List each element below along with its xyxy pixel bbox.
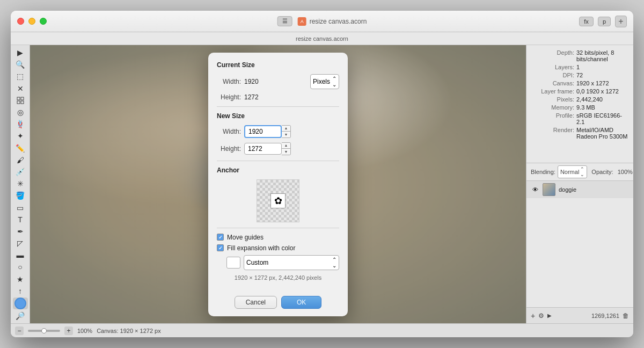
svg-rect-0	[17, 97, 20, 100]
close-button[interactable]	[17, 18, 24, 25]
layer-visibility-toggle[interactable]: 👁	[531, 185, 539, 194]
crop-tool[interactable]: ⬚	[13, 71, 28, 82]
brush-icon: 🖌	[17, 156, 24, 164]
lasso-tool[interactable]: 🪢	[13, 119, 28, 129]
sidebar-toggle-icon: ☰	[282, 18, 288, 25]
panel-coordinates: 1269,1261	[591, 313, 619, 319]
dialog-buttons: Cancel OK	[208, 292, 348, 316]
new-height-label: Height:	[217, 145, 241, 153]
dialog-info-line: 1920 × 1272 px, 2,442,240 pixels	[217, 274, 339, 281]
titlebar: ☰ A resize canvas.acorn fx p +	[11, 11, 633, 32]
units-chevron-icon: ⌃⌄	[332, 76, 336, 88]
opacity-value: 100%	[618, 169, 633, 175]
current-height-label: Height:	[217, 93, 241, 101]
delete-layer-icon[interactable]: 🗑	[623, 312, 629, 320]
zoom-out-button[interactable]: −	[15, 327, 24, 335]
units-select[interactable]: Pixels ⌃⌄	[310, 74, 339, 89]
line-tool[interactable]: ◸	[13, 238, 28, 249]
layer-thumbnail	[543, 183, 555, 196]
rect-icon: ▬	[17, 251, 24, 259]
add-button[interactable]: +	[615, 16, 627, 27]
arrow-tool[interactable]: ↑	[13, 286, 28, 296]
oval-tool[interactable]: ○	[13, 262, 28, 272]
height-stepper[interactable]: ▲ ▼	[282, 142, 291, 155]
vector-tool[interactable]: ✒	[13, 226, 28, 237]
info-row: Profile:sRGB IEC61966-2.1	[531, 112, 629, 125]
blending-row: Blending: Normal ⌃⌄ Opacity: 100%	[526, 163, 633, 181]
resize-canvas-dialog: Current Size Width: 1920 Pixels ⌃⌄	[208, 53, 348, 316]
move-guides-label: Move guides	[227, 234, 264, 241]
pencil-tool[interactable]: ✏️	[13, 143, 28, 154]
height-stepper-up[interactable]: ▲	[282, 143, 290, 149]
add-layer-icon[interactable]: +	[531, 311, 535, 320]
magic-wand-tool[interactable]: ✦	[13, 130, 28, 141]
bottom-bar: − + 100% Canvas: 1920 × 1272 px	[11, 323, 633, 337]
fx-label: fx	[584, 18, 589, 25]
grid-tool[interactable]	[13, 95, 28, 106]
line-icon: ◸	[17, 239, 23, 248]
blending-select[interactable]: Normal ⌃⌄	[558, 165, 587, 178]
layer-item[interactable]: 👁 doggie	[526, 181, 633, 198]
width-stepper-up[interactable]: ▲	[282, 126, 290, 132]
info-label: Render:	[531, 127, 576, 140]
info-row: DPI:72	[531, 72, 629, 78]
blending-value: Normal	[560, 169, 579, 175]
canvas-info: Canvas: 1920 × 1272 px	[97, 328, 161, 334]
dialog-body: Current Size Width: 1920 Pixels ⌃⌄	[208, 53, 348, 292]
select-icon: ◎	[17, 108, 24, 117]
info-value: Metal/IO/AMD Radeon Pro 5300M	[576, 127, 629, 140]
eyedropper-icon: 💉	[16, 168, 25, 176]
info-value: 32 bits/pixel, 8 bits/channel	[576, 49, 629, 62]
zoom-magnify-tool[interactable]: 🔎	[13, 310, 28, 321]
new-width-row: Width: ▲ ▼	[217, 125, 339, 138]
new-height-input[interactable]	[244, 143, 282, 155]
circle-tool[interactable]	[13, 298, 28, 309]
width-stepper[interactable]: ▲ ▼	[282, 125, 291, 138]
heal-tool[interactable]: ✳	[13, 178, 28, 189]
oval-icon: ○	[18, 263, 22, 271]
ok-button[interactable]: OK	[281, 296, 321, 309]
zoom-tool[interactable]: 🔍	[13, 59, 28, 70]
rect-tool[interactable]: ▬	[13, 250, 28, 260]
minimize-button[interactable]	[28, 18, 35, 25]
move-tool[interactable]: ✕	[13, 83, 28, 94]
fill-expansion-checkbox[interactable]	[217, 244, 224, 251]
zoom-slider-thumb	[41, 328, 47, 334]
blending-label: Blending:	[531, 169, 555, 175]
eyedropper-tool[interactable]: 💉	[13, 166, 28, 177]
brush-tool[interactable]: 🖌	[13, 155, 28, 165]
traffic-lights	[17, 18, 47, 25]
cancel-button[interactable]: Cancel	[235, 296, 277, 309]
play-tool[interactable]: ▶	[13, 47, 28, 58]
bucket-tool[interactable]: 🪣	[13, 190, 28, 201]
panel-bottom: + ⚙ ▶ 1269,1261 🗑	[526, 307, 633, 323]
star-tool[interactable]: ★	[13, 274, 28, 285]
fill-color-swatch[interactable]	[226, 257, 240, 269]
window-subtitle: resize canvas.acorn	[11, 32, 633, 45]
new-width-input[interactable]	[244, 125, 282, 138]
info-value: 2,442,240	[576, 96, 629, 103]
fullscreen-button[interactable]	[40, 18, 47, 25]
p-button[interactable]: p	[598, 17, 611, 26]
info-label: Depth:	[531, 49, 576, 62]
main-window: ☰ A resize canvas.acorn fx p + resize ca…	[11, 11, 633, 337]
info-value: 1	[576, 64, 629, 70]
new-height-row: Height: ▲ ▼	[217, 142, 339, 155]
zoom-in-button[interactable]: +	[64, 327, 73, 335]
zoom-slider[interactable]	[28, 330, 60, 332]
toolbar: ▶ 🔍 ⬚ ✕ ◎ 🪢 ✦ ✏️ 🖌 💉 ✳ 🪣 ▭ T ✒	[11, 45, 30, 323]
select-tool[interactable]: ◎	[13, 107, 28, 118]
width-stepper-down[interactable]: ▼	[282, 132, 290, 137]
fx-button[interactable]: fx	[579, 17, 594, 26]
type-tool[interactable]: T	[13, 214, 28, 225]
sidebar-toggle-button[interactable]: ☰	[277, 16, 292, 26]
fill-custom-chevron-icon: ⌃⌄	[332, 257, 336, 269]
move-guides-checkbox[interactable]	[217, 234, 224, 241]
eraser-tool[interactable]: ▭	[13, 202, 28, 213]
opacity-label: Opacity:	[591, 169, 613, 175]
fill-custom-select[interactable]: Custom ⌃⌄	[244, 255, 339, 270]
current-height-value: 1272	[244, 93, 259, 101]
gear-icon[interactable]: ⚙	[538, 312, 544, 320]
anchor-grid[interactable]: ✿	[257, 179, 299, 222]
height-stepper-down[interactable]: ▼	[282, 149, 290, 155]
